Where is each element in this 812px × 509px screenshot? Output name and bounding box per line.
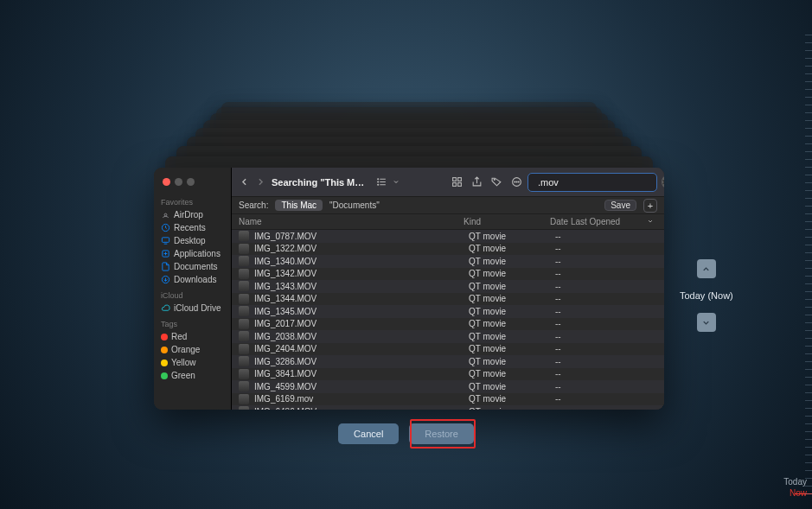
svg-rect-15 — [453, 183, 457, 187]
max-dot[interactable] — [187, 178, 195, 186]
forward-button[interactable] — [255, 176, 266, 188]
file-name: IMG_3841.MOV — [254, 369, 469, 379]
table-row[interactable]: IMG_1342.MOVQT movie-- — [232, 268, 664, 281]
search-input[interactable] — [538, 177, 657, 188]
sidebar-item-downloads[interactable]: Downloads — [159, 273, 226, 286]
file-rows[interactable]: IMG_0787.MOVQT movie--IMG_1322.MOVQT mov… — [232, 230, 664, 410]
sidebar-icloud-list: iCloud Drive — [159, 302, 226, 315]
tag-icon[interactable] — [491, 176, 502, 188]
file-date: -- — [555, 269, 657, 278]
table-row[interactable]: IMG_3286.MOVQT movie-- — [232, 355, 664, 368]
file-kind: QT movie — [469, 244, 555, 253]
sidebar-item-desktop[interactable]: Desktop — [159, 234, 226, 247]
scope-label: Search: — [239, 200, 268, 210]
sidebar-tag-red[interactable]: Red — [159, 330, 226, 343]
table-row[interactable]: IMG_6169.movQT movie-- — [232, 393, 664, 406]
timeline-down-button[interactable] — [697, 313, 716, 332]
svg-point-12 — [378, 184, 379, 185]
tag-dot-icon — [161, 347, 168, 353]
file-thumb-icon — [239, 294, 249, 304]
view-list-icon[interactable] — [376, 176, 387, 188]
file-kind: QT movie — [469, 257, 555, 266]
svg-rect-14 — [458, 178, 462, 181]
file-date: -- — [555, 294, 657, 303]
svg-point-21 — [515, 181, 515, 182]
action-icon[interactable] — [511, 176, 522, 188]
table-row[interactable]: IMG_1344.MOVQT movie-- — [232, 293, 664, 306]
scope-this-mac[interactable]: This Mac — [275, 200, 323, 211]
file-thumb-icon — [239, 356, 249, 366]
table-row[interactable]: IMG_1345.MOVQT movie-- — [232, 305, 664, 318]
sidebar-item-label: Green — [171, 371, 195, 380]
table-row[interactable]: IMG_1322.MOVQT movie-- — [232, 243, 664, 256]
chevron-down-icon[interactable] — [393, 176, 400, 188]
sidebar-item-airdrop[interactable]: AirDrop — [159, 208, 226, 221]
scope-documents[interactable]: "Documents" — [329, 200, 380, 210]
file-thumb-icon — [239, 244, 249, 254]
save-search-button[interactable]: Save — [604, 200, 636, 211]
sidebar-tag-yellow[interactable]: Yellow — [159, 356, 226, 369]
sidebar-item-documents[interactable]: Documents — [159, 260, 226, 273]
svg-point-0 — [164, 213, 167, 216]
clear-search-icon[interactable]: ✕ — [662, 176, 664, 188]
add-criteria-button[interactable]: + — [643, 199, 657, 213]
table-row[interactable]: IMG_2404.MOVQT movie-- — [232, 343, 664, 356]
timeline-up-button[interactable] — [697, 259, 716, 278]
file-name: IMG_4599.MOV — [254, 382, 469, 391]
file-thumb-icon — [239, 406, 249, 410]
table-row[interactable]: IMG_2038.MOVQT movie-- — [232, 330, 664, 343]
search-field[interactable]: ✕ — [527, 173, 657, 192]
file-thumb-icon — [239, 231, 249, 241]
timeline-now-label: Now — [790, 488, 807, 498]
table-row[interactable]: IMG_3841.MOVQT movie-- — [232, 368, 664, 381]
close-dot[interactable] — [163, 178, 170, 186]
file-date: -- — [555, 332, 657, 341]
svg-point-11 — [378, 181, 379, 182]
file-kind: QT movie — [469, 382, 555, 391]
chevron-down-icon — [647, 217, 654, 226]
sidebar-item-recents[interactable]: Recents — [159, 221, 226, 234]
sidebar-item-label: Red — [171, 332, 187, 341]
sidebar-item-label: Downloads — [174, 275, 216, 284]
col-kind[interactable]: Kind — [464, 217, 550, 226]
sidebar-item-label: Applications — [174, 249, 221, 258]
file-name: IMG_0787.MOV — [254, 232, 469, 241]
table-row[interactable]: IMG_1340.MOVQT movie-- — [232, 255, 664, 268]
sidebar-item-applications[interactable]: Applications — [159, 247, 226, 260]
file-kind: QT movie — [469, 282, 555, 291]
back-button[interactable] — [239, 176, 250, 188]
sidebar-item-icloud-drive[interactable]: iCloud Drive — [159, 302, 226, 315]
file-name: IMG_6486.MOV — [254, 407, 469, 410]
min-dot[interactable] — [175, 178, 182, 186]
table-row[interactable]: IMG_0787.MOVQT movie-- — [232, 230, 664, 243]
sidebar-item-label: Recents — [174, 223, 206, 232]
file-date: -- — [555, 307, 657, 316]
down-icon — [161, 275, 170, 284]
share-icon[interactable] — [471, 176, 483, 188]
sidebar-tag-orange[interactable]: Orange — [159, 343, 226, 356]
file-date: -- — [555, 244, 657, 253]
cancel-button[interactable]: Cancel — [338, 423, 399, 444]
table-row[interactable]: IMG_6486.MOVQT movie-- — [232, 405, 664, 410]
file-date: -- — [555, 319, 657, 328]
sidebar-item-label: iCloud Drive — [174, 303, 221, 313]
sidebar-favorites-list: AirDropRecentsDesktopApplicationsDocumen… — [159, 208, 226, 286]
file-name: IMG_6169.mov — [254, 394, 469, 404]
sidebar-tag-green[interactable]: Green — [159, 369, 226, 382]
file-thumb-icon — [239, 269, 249, 279]
col-date[interactable]: Date Last Opened — [550, 217, 657, 226]
file-date: -- — [555, 369, 657, 379]
file-name: IMG_1345.MOV — [254, 307, 469, 316]
file-kind: QT movie — [469, 394, 555, 404]
file-kind: QT movie — [469, 294, 555, 303]
file-name: IMG_2017.MOV — [254, 319, 469, 328]
traffic-lights[interactable] — [159, 175, 226, 193]
group-icon[interactable] — [451, 176, 463, 188]
table-row[interactable]: IMG_1343.MOVQT movie-- — [232, 280, 664, 293]
col-name[interactable]: Name — [239, 217, 464, 226]
table-row[interactable]: IMG_4599.MOVQT movie-- — [232, 380, 664, 393]
column-headers[interactable]: Name Kind Date Last Opened — [232, 214, 664, 230]
file-date: -- — [555, 257, 657, 266]
file-thumb-icon — [239, 281, 249, 291]
table-row[interactable]: IMG_2017.MOVQT movie-- — [232, 318, 664, 331]
